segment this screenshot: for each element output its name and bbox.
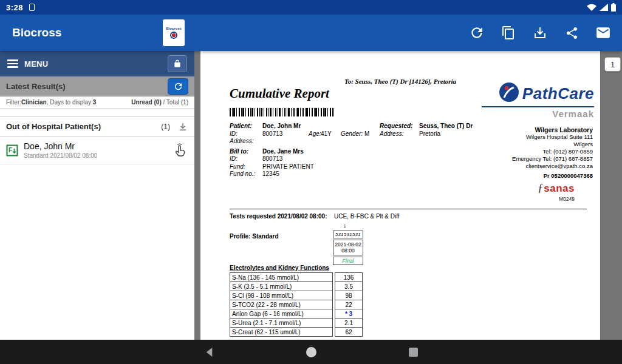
result-value: 136 <box>335 272 363 282</box>
section-title: Out of Hospital Patient(s) <box>6 122 101 131</box>
sample-date: 2021-08-02 <box>333 241 363 248</box>
menu-label[interactable]: MENU <box>24 59 48 69</box>
fund-label: Fund: <box>230 163 245 170</box>
lab-pr-number: Pr 0520000047368 <box>512 172 593 180</box>
download-button[interactable] <box>531 24 549 42</box>
lab-contact-block: Wilgers Laboratory Wilgers Hospital Suit… <box>512 126 593 180</box>
report-title: Cumulative Report <box>230 86 329 101</box>
bill-to-value: Doe, Jane Mrs <box>262 148 304 155</box>
sync-button[interactable] <box>168 78 188 95</box>
pathcare-logo: PathCare Vermaak <box>482 81 594 119</box>
fund-value: PRIVATE PATIENT <box>262 163 314 170</box>
home-button[interactable] <box>302 343 320 360</box>
result-value: 3.5 <box>335 282 363 291</box>
pathcare-emblem-icon <box>498 81 520 106</box>
requested-label: Requested: <box>380 123 412 129</box>
refresh-button[interactable] <box>468 24 486 42</box>
patient-name: Doe, John Mr <box>24 141 97 151</box>
result-value: * 3 <box>335 309 363 318</box>
barcode <box>230 108 334 116</box>
total-count: / Total (1) <box>162 99 188 106</box>
bill-id-value: 800713 <box>262 155 282 162</box>
section-download-icon[interactable] <box>177 121 188 132</box>
share-button[interactable] <box>562 24 581 42</box>
pages-button[interactable] <box>499 24 518 42</box>
patient-label: Patient: <box>230 123 252 129</box>
recents-square-icon <box>409 348 418 357</box>
app-bar: Biocross Biocross <box>0 15 622 51</box>
lab-email: clientservice@vpath.co.za <box>512 163 593 170</box>
latest-results-header: Latest Result(s) <box>0 76 194 96</box>
recents-button[interactable] <box>405 343 422 360</box>
lab-emergency-tel: Emergency Tel: (071) 687-8857 <box>512 155 593 163</box>
bill-to-label: Bill to: <box>230 148 248 155</box>
gender-value: M <box>364 130 369 137</box>
results-section-heading: Electrolytes and Kidney Functions <box>230 265 329 271</box>
notification-icon <box>29 4 35 11</box>
bill-id-label: ID: <box>230 155 238 162</box>
age-value: 41Y <box>321 130 332 137</box>
fund-no-value: 12345 <box>262 170 279 177</box>
requested-address-value: Pretoria <box>419 130 440 137</box>
sanas-code: M0249 <box>538 196 575 202</box>
status-icons <box>587 3 616 12</box>
patient-detail: Standard 2021/08/02 08:00 <box>24 152 97 159</box>
results-table: S-Na (136 - 145 mmol/L) 136 S-K (3.5 - 5… <box>230 272 363 337</box>
home-circle-icon <box>306 347 316 357</box>
patient-list-item[interactable]: F Doe, John Mr Standard 2021/08/02 08:00 <box>0 136 194 164</box>
pathcare-subbrand: Vermaak <box>482 106 594 119</box>
tests-requested-row: Tests requested 2021/08/02 08:00: UCE, B… <box>230 213 570 220</box>
filter-row[interactable]: Filter: Clinician , Days to display: 3 U… <box>0 96 194 109</box>
result-value: 2.1 <box>335 318 363 328</box>
lab-name: Wilgers Laboratory <box>512 126 593 133</box>
biocross-logo-text: Biocross <box>166 27 182 30</box>
result-test-name: S-TCO2 (22 - 28 mmol/L) <box>230 300 333 309</box>
fund-row: Fund: PRIVATE PATIENT <box>230 163 521 171</box>
sample-time: 08:00 <box>333 248 363 254</box>
result-value: 22 <box>335 300 363 309</box>
report-divider <box>230 209 587 209</box>
lab-address-1: Wilgers Hospital Suite 111 <box>512 133 593 141</box>
tests-requested-value: UCE, B-FBC & Plt & Diff <box>334 213 400 220</box>
hamburger-icon[interactable] <box>7 59 18 68</box>
svg-text:F: F <box>9 147 12 153</box>
requested-value: Seuss, Theo (T) Dr <box>419 123 473 129</box>
clock: 3:28 <box>6 3 23 12</box>
filter-days-label: , Days to display: <box>47 99 93 106</box>
signal-icon <box>600 4 608 11</box>
address-label: Address: <box>230 138 253 144</box>
lab-tel: Tel: (012) 807-0859 <box>512 148 593 155</box>
tests-requested-label: Tests requested 2021/08/02 08:00: <box>230 213 327 220</box>
result-test-name: S-K (3.5 - 5.1 mmol/L) <box>230 282 333 291</box>
sidebar-spacer <box>0 109 194 116</box>
biocross-logo: Biocross <box>163 19 185 46</box>
section-count: (1) <box>161 123 170 131</box>
id-row: ID: 800713 Age: 41Y Gender: M Address: P… <box>230 130 521 138</box>
address-row: Address: <box>230 138 521 146</box>
sanas-mark-icon: ƒ <box>538 182 543 195</box>
app-screen: 3:28 Biocross Biocross <box>0 0 622 364</box>
sample-number: 531531531 <box>333 231 363 238</box>
profile-label: Profile: Standard <box>230 233 279 240</box>
result-value: 62 <box>335 328 363 337</box>
lock-button[interactable] <box>168 55 187 72</box>
status-bar: 3:28 <box>0 0 622 15</box>
document-viewer[interactable]: To: Seuss, Theo (T) Dr [14126], Pretoria… <box>194 51 622 340</box>
out-of-hospital-section[interactable]: Out of Hospital Patient(s) (1) <box>0 116 194 136</box>
app-title: Biocross <box>12 26 61 39</box>
filter-days-value: 3 <box>93 99 97 106</box>
report-page[interactable]: To: Seuss, Theo (T) Dr [14126], Pretoria… <box>200 51 600 340</box>
fund-no-label: Fund no.: <box>230 170 255 177</box>
filter-label: Filter: <box>6 99 21 106</box>
lab-address-2: Wilgers <box>512 141 593 148</box>
requested-address-label: Address: <box>380 130 403 137</box>
patient-row: Patient: Doe, John Mr Requested: Seuss, … <box>230 123 521 130</box>
battery-icon <box>611 3 616 12</box>
age-label: Age: <box>309 130 321 137</box>
bill-to-row: Bill to: Doe, Jane Mrs <box>230 148 521 156</box>
sanas-text: sanas <box>544 183 575 195</box>
sample-datetime: 2021-08-02 08:00 <box>333 240 363 255</box>
email-button[interactable] <box>594 24 612 42</box>
patient-info-block: Patient: Doe, John Mr Requested: Seuss, … <box>230 123 521 178</box>
back-button[interactable] <box>200 343 217 360</box>
